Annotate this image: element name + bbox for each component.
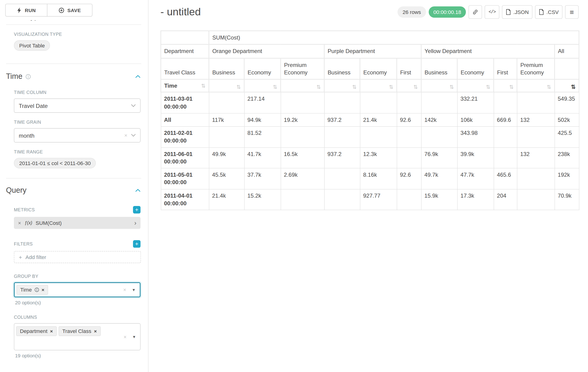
group-by-control: GROUP BY (14, 274, 141, 279)
pivot-cell: 19.2k (281, 113, 325, 127)
table-row: All 117k 94.9k 19.2k 937.2 21.4k 92.6 14… (161, 113, 579, 127)
add-filter-button[interactable]: + Add filter (14, 251, 141, 263)
time-range-label: TIME RANGE (14, 149, 141, 155)
copy-link-button[interactable] (469, 5, 482, 19)
pivot-cell: 39.9k (457, 147, 494, 168)
sort-icon[interactable]: ⇅ (273, 85, 277, 90)
code-icon: </> (489, 9, 495, 15)
pivot-cell: 217.14 (244, 92, 281, 113)
embed-code-button[interactable]: </> (485, 5, 499, 19)
visualization-type-label: VISUALIZATION TYPE (14, 32, 141, 37)
export-csv-label: .CSV (546, 9, 559, 15)
sort-icon[interactable]: ⇅ (236, 85, 241, 90)
sort-icon[interactable]: ⇅ (509, 85, 514, 90)
group-by-select[interactable]: Time × × ▾ (14, 282, 141, 297)
viz-type-pill[interactable]: Pivot Table (14, 40, 50, 51)
pivot-class-header: Business (324, 58, 360, 79)
pivot-cell: 21.4k (209, 189, 244, 210)
pivot-cell: 502k (555, 113, 579, 127)
run-button[interactable]: RUN (5, 4, 48, 17)
link-icon (472, 9, 479, 15)
sort-icon[interactable]: ⇅ (389, 85, 393, 90)
pivot-cell: 49.7k (421, 168, 457, 189)
row-count-badge: 26 rows (398, 6, 426, 17)
pivot-sort-header: ⇅ (421, 79, 457, 92)
pivot-cell (324, 189, 360, 210)
chart-header: - untitled 26 rows 00:00:00.18 </> .JSON (160, 5, 578, 19)
pivot-cell (494, 127, 517, 147)
plus-icon: + (135, 241, 138, 247)
pivot-cell: 47.7k (457, 168, 494, 189)
pivot-cell (281, 92, 325, 113)
run-save-button-group: RUN SAVE (5, 4, 93, 17)
pivot-cell: 132 (517, 113, 555, 127)
chevron-up-icon[interactable] (135, 75, 141, 78)
caret-down-icon: ▾ (133, 287, 135, 292)
pivot-cell: 238k (555, 147, 579, 168)
export-json-button[interactable]: .JSON (502, 5, 533, 19)
columns-tag-travel-class[interactable]: Travel Class × (59, 326, 101, 336)
chart-menu-button[interactable]: ≡ (565, 5, 578, 19)
remove-metric-icon[interactable]: × (18, 220, 21, 226)
pivot-row-header: All (161, 113, 209, 127)
sort-icon[interactable]: ⇅ (352, 85, 357, 90)
metrics-label: METRICS (14, 207, 35, 213)
sort-descending-icon[interactable]: ⇅ (571, 84, 576, 89)
clear-icon[interactable]: × (124, 334, 127, 340)
tag-label: Travel Class (62, 328, 91, 334)
chevron-down-icon (131, 104, 136, 107)
chart-title[interactable]: - untitled (160, 6, 201, 18)
time-column-select[interactable]: Travel Date (14, 99, 141, 113)
sort-icon[interactable]: ⇅ (201, 83, 205, 88)
clear-icon[interactable]: × (123, 287, 126, 293)
divider (6, 64, 141, 64)
columns-label: COLUMNS (14, 315, 141, 320)
sort-icon[interactable]: ⇅ (316, 85, 321, 90)
pivot-cell (494, 147, 517, 168)
pivot-class-header: Premium Economy (517, 58, 555, 79)
metrics-field-header: METRICS + (14, 206, 141, 213)
remove-tag-icon[interactable]: × (42, 287, 44, 292)
time-column-control: TIME COLUMN Travel Date (14, 90, 141, 113)
time-grain-value: month (19, 132, 34, 138)
caret-right-icon[interactable]: › (134, 220, 136, 226)
group-by-tag-time[interactable]: Time × (17, 285, 48, 295)
save-button[interactable]: SAVE (47, 4, 93, 17)
pivot-cell: 17.3k (457, 189, 494, 210)
pivot-cell: 142k (421, 113, 457, 127)
filters-field-header: FILTERS + (14, 240, 141, 248)
metric-name: SUM(Cost) (36, 220, 62, 226)
pivot-cell: 12.3k (360, 147, 397, 168)
sort-icon[interactable]: ⇅ (413, 85, 418, 90)
pivot-cell: 92.6 (397, 168, 421, 189)
save-button-label: SAVE (67, 7, 81, 13)
metric-option-sum-cost[interactable]: × ƒ(x) SUM(Cost) › (14, 217, 141, 229)
pivot-cell: 2.69k (281, 168, 325, 189)
time-grain-select[interactable]: month × (14, 128, 141, 142)
clear-icon[interactable]: × (124, 132, 127, 138)
tag-label: Time (20, 287, 32, 293)
sort-icon[interactable]: ⇅ (547, 85, 551, 90)
file-json-icon (506, 9, 511, 15)
chevron-up-icon[interactable] (135, 189, 141, 192)
time-section-title: Time (6, 72, 22, 81)
pivot-row-header: 2011-04-01 00:00:00 (161, 189, 209, 210)
add-filter-plus-button[interactable]: + (133, 240, 140, 248)
pivot-table: SUM(Cost) Department Orange Department P… (160, 31, 579, 210)
sort-icon[interactable]: ⇅ (486, 85, 490, 90)
columns-select[interactable]: Department × Travel Class × × ▾ (14, 323, 141, 350)
columns-control: COLUMNS (14, 315, 141, 320)
remove-tag-icon[interactable]: × (94, 328, 97, 334)
add-metric-button[interactable]: + (133, 206, 140, 213)
control-panel: RUN SAVE Chart Type VISUALIZATION TYPE P… (0, 0, 148, 372)
sort-icon[interactable]: ⇅ (450, 85, 454, 90)
table-row: 2011-05-01 00:00:00 45.5k 37.7k 2.69k 8.… (161, 168, 579, 189)
time-range-pill[interactable]: 2011-01-01 ≤ col < 2011-06-30 (14, 158, 96, 168)
remove-tag-icon[interactable]: × (50, 328, 53, 334)
plus-icon: + (135, 206, 138, 213)
pivot-cell (517, 127, 555, 147)
pivot-class-header: Economy (457, 58, 494, 79)
columns-tag-department[interactable]: Department × (16, 326, 57, 336)
pivot-class-header: Business (421, 58, 457, 79)
export-csv-button[interactable]: .CSV (535, 5, 563, 19)
